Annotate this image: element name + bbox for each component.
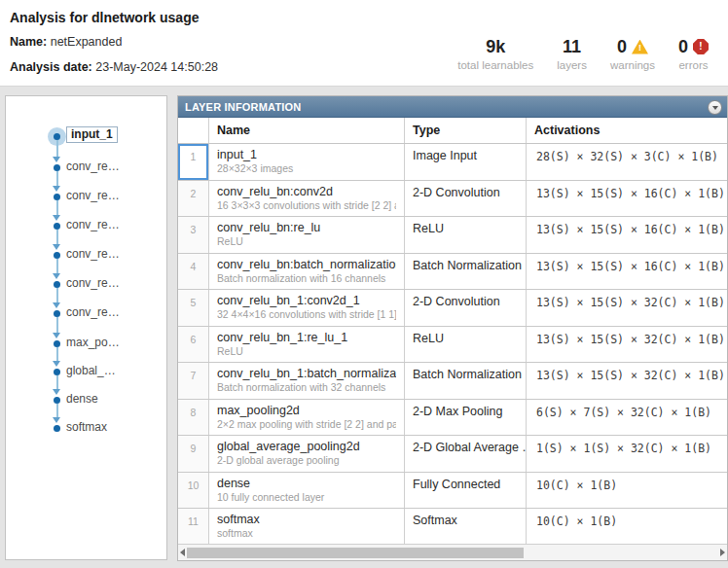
cell-name[interactable]: conv_relu_bn_1:conv2d_132 4×4×16 convolu… [209, 290, 405, 326]
cell-activations[interactable]: 13(S) × 15(S) × 16(C) × 1(B) [527, 254, 727, 290]
cell-activations[interactable]: 13(S) × 15(S) × 32(C) × 1(B) [527, 363, 727, 399]
analysis-date-value: 23-May-2024 14:50:28 [95, 60, 218, 74]
node-label[interactable]: conv_re… [66, 305, 120, 319]
scroll-right-icon[interactable] [720, 549, 725, 556]
cell-name[interactable]: global_average_pooling2d2-D global avera… [209, 436, 405, 472]
table-body: 1input_128×32×3 imagesImage Input28(S) ×… [178, 144, 727, 546]
row-number[interactable]: 5 [178, 290, 209, 326]
layer-name: dense [217, 477, 396, 490]
table-row[interactable]: 9global_average_pooling2d2-D global aver… [178, 436, 727, 473]
node-label[interactable]: max_po… [66, 336, 120, 349]
node-dot-icon[interactable] [54, 252, 60, 259]
table-row[interactable]: 8max_pooling2d2×2 max pooling with strid… [178, 400, 727, 437]
table-row[interactable]: 2conv_relu_bn:conv2d16 3×3×3 convolution… [178, 181, 727, 218]
col-activations[interactable]: Activations [527, 118, 727, 143]
node-label[interactable]: input_1 [66, 126, 118, 143]
cell-activations[interactable]: 28(S) × 32(S) × 3(C) × 1(B) [527, 144, 727, 180]
collapse-button[interactable] [708, 100, 722, 115]
node-label[interactable]: conv_re… [66, 218, 120, 231]
node-dot-icon[interactable] [54, 425, 60, 432]
node-label[interactable]: dense [66, 392, 98, 406]
horizontal-scrollbar[interactable] [178, 544, 727, 560]
cell-activations[interactable]: 13(S) × 15(S) × 32(C) × 1(B) [527, 290, 727, 326]
cell-type[interactable]: 2-D Convolution [405, 181, 527, 217]
node-dot-icon[interactable] [54, 340, 60, 347]
cell-name[interactable]: input_128×32×3 images [209, 144, 405, 180]
warning-icon: ! [632, 40, 648, 54]
cell-activations[interactable]: 10(C) × 1(B) [527, 473, 727, 509]
row-number[interactable]: 11 [178, 509, 209, 545]
cell-activations[interactable]: 6(S) × 7(S) × 32(C) × 1(B) [527, 400, 727, 436]
cell-type[interactable]: Softmax [405, 509, 527, 545]
cell-activations[interactable]: 10(C) × 1(B) [527, 509, 727, 545]
layer-name: conv_relu_bn:batch_normalization [217, 258, 396, 271]
node-dot-icon[interactable] [54, 223, 60, 230]
row-number[interactable]: 8 [178, 400, 209, 436]
col-name[interactable]: Name [209, 118, 405, 143]
network-name-value: netExpanded [51, 35, 123, 49]
node-label[interactable]: conv_re… [66, 247, 120, 261]
edge-arrow-icon [53, 157, 60, 162]
cell-activations[interactable]: 13(S) × 15(S) × 32(C) × 1(B) [527, 327, 727, 363]
node-label[interactable]: conv_re… [66, 276, 120, 290]
cell-name[interactable]: max_pooling2d2×2 max pooling with stride… [209, 400, 405, 436]
row-number[interactable]: 2 [178, 181, 209, 217]
cell-type[interactable]: 2-D Convolution [405, 290, 527, 326]
node-dot-icon[interactable] [54, 281, 60, 288]
stat-errors: 0!errors [667, 37, 720, 71]
stat-value: 0! [678, 37, 709, 56]
table-row[interactable]: 6conv_relu_bn_1:re_lu_1ReLUReLU13(S) × 1… [178, 327, 727, 364]
cell-type[interactable]: ReLU [405, 217, 527, 253]
cell-type[interactable]: Image Input [405, 144, 527, 180]
cell-type[interactable]: ReLU [405, 327, 527, 363]
row-number[interactable]: 7 [178, 363, 209, 399]
cell-type[interactable]: Batch Normalization [405, 363, 527, 399]
node-label[interactable]: conv_re… [66, 189, 120, 202]
table-row[interactable]: 11softmaxsoftmaxSoftmax10(C) × 1(B) [178, 509, 727, 546]
cell-type[interactable]: Fully Connected [405, 473, 527, 509]
network-name-label: Name: [10, 35, 47, 49]
node-dot-icon[interactable] [54, 194, 60, 200]
cell-type[interactable]: 2-D Global Average … [405, 436, 527, 472]
col-type[interactable]: Type [405, 118, 527, 143]
cell-name[interactable]: conv_relu_bn_1:batch_normalizatio…Batch … [209, 363, 405, 399]
row-number[interactable]: 4 [178, 254, 209, 290]
cell-type[interactable]: 2-D Max Pooling [405, 400, 527, 436]
cell-type[interactable]: Batch Normalization [405, 254, 527, 290]
table-row[interactable]: 4conv_relu_bn:batch_normalizationBatch n… [178, 254, 727, 291]
table-row[interactable]: 7conv_relu_bn_1:batch_normalizatio…Batch… [178, 363, 727, 400]
node-dot-icon[interactable] [54, 310, 60, 317]
cell-activations[interactable]: 13(S) × 15(S) × 16(C) × 1(B) [527, 217, 727, 253]
cell-name[interactable]: conv_relu_bn:re_luReLU [209, 217, 405, 253]
layer-name: softmax [217, 513, 396, 526]
cell-activations[interactable]: 13(S) × 15(S) × 16(C) × 1(B) [527, 181, 727, 217]
node-dot-icon[interactable] [54, 369, 60, 375]
cell-name[interactable]: conv_relu_bn:conv2d16 3×3×3 convolutions… [209, 181, 405, 217]
node-label[interactable]: conv_re… [66, 160, 120, 173]
cell-name[interactable]: conv_relu_bn:batch_normalizationBatch no… [209, 254, 405, 290]
network-graph-panel[interactable]: input_1conv_re…conv_re…conv_re…conv_re…c… [5, 95, 167, 560]
table-row[interactable]: 1input_128×32×3 imagesImage Input28(S) ×… [178, 144, 727, 181]
node-dot-icon[interactable] [54, 133, 60, 140]
scroll-left-icon[interactable] [180, 549, 185, 556]
analysis-date-line: Analysis date: 23-May-2024 14:50:28 [10, 60, 218, 74]
row-number[interactable]: 1 [178, 144, 209, 180]
node-dot-icon[interactable] [54, 164, 60, 171]
table-row[interactable]: 3conv_relu_bn:re_luReLUReLU13(S) × 15(S)… [178, 217, 727, 254]
table-row[interactable]: 10dense10 fully connected layerFully Con… [178, 473, 727, 510]
row-number[interactable]: 3 [178, 217, 209, 253]
row-number[interactable]: 10 [178, 473, 209, 509]
table-row[interactable]: 5conv_relu_bn_1:conv2d_132 4×4×16 convol… [178, 290, 727, 327]
edge-arrow-icon [53, 186, 60, 192]
node-dot-icon[interactable] [54, 397, 60, 404]
row-number[interactable]: 9 [178, 436, 209, 472]
cell-name[interactable]: conv_relu_bn_1:re_lu_1ReLU [209, 327, 405, 363]
stat-label: total learnables [457, 59, 533, 71]
cell-activations[interactable]: 1(S) × 1(S) × 32(C) × 1(B) [527, 436, 727, 472]
scrollbar-thumb[interactable] [187, 548, 524, 558]
row-number[interactable]: 6 [178, 327, 209, 363]
node-label[interactable]: softmax [66, 420, 107, 434]
cell-name[interactable]: dense10 fully connected layer [209, 473, 405, 509]
cell-name[interactable]: softmaxsoftmax [209, 509, 405, 545]
node-label[interactable]: global_… [66, 364, 116, 377]
